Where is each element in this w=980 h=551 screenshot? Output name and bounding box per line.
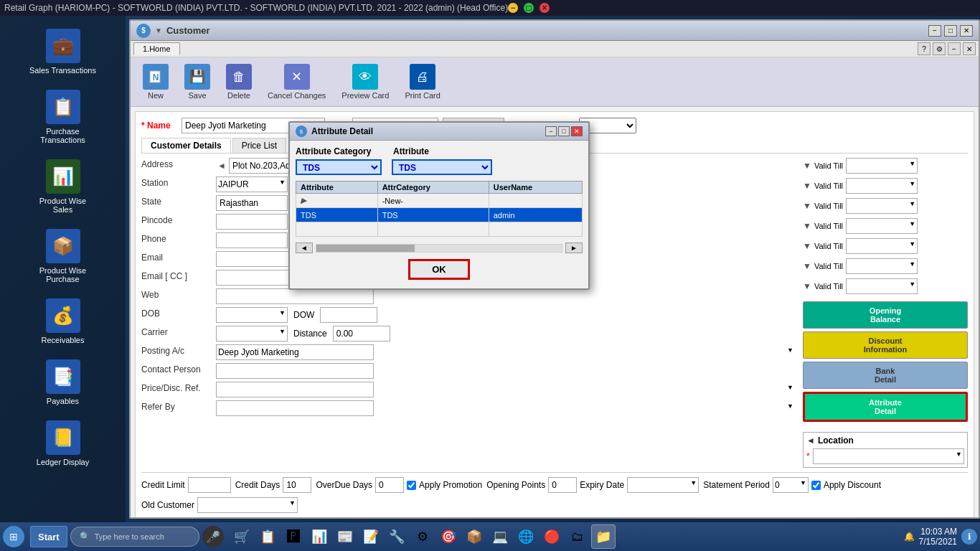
station-dropdown[interactable]: JAIPUR xyxy=(216,176,288,192)
arrow-1[interactable]: ▼ xyxy=(803,161,811,171)
win-minimize[interactable]: − xyxy=(928,25,941,37)
sidebar-item-sales[interactable]: 💼 Sales Transactions xyxy=(13,23,113,80)
state-input[interactable] xyxy=(216,195,288,211)
settings-icon[interactable]: ⚙ xyxy=(933,42,946,55)
os-maximize[interactable]: □ xyxy=(524,3,534,13)
taskbar-app-8[interactable]: ⚙ xyxy=(410,524,435,549)
opening-balance-button[interactable]: OpeningBalance xyxy=(803,301,968,329)
credit-days-input[interactable] xyxy=(283,477,311,493)
close-nav-icon[interactable]: ✕ xyxy=(963,42,976,55)
os-close[interactable]: × xyxy=(540,3,550,13)
sidebar-item-purchase[interactable]: 📋 PurchaseTransactions xyxy=(13,84,113,150)
taskbar-app-9[interactable]: 🎯 xyxy=(436,524,461,549)
preview-button[interactable]: 👁 Preview Card xyxy=(335,60,395,103)
arrow-7[interactable]: ▼ xyxy=(803,281,811,291)
old-customer-dropdown[interactable] xyxy=(197,497,298,513)
os-minimize[interactable]: − xyxy=(508,3,518,13)
taskbar-app-active[interactable]: 📁 xyxy=(591,524,616,549)
posting-dropdown[interactable]: Deep Jyoti Marketing xyxy=(216,344,374,360)
arrow-5[interactable]: ▼ xyxy=(803,241,811,251)
overdue-days-input[interactable] xyxy=(375,477,404,493)
taskbar-app-2[interactable]: 📋 xyxy=(255,524,280,549)
bank-detail-button[interactable]: BankDetail xyxy=(803,362,968,389)
help-icon[interactable]: ? xyxy=(918,42,930,55)
table-row-selected[interactable]: TDS TDS admin xyxy=(296,208,583,222)
save-button[interactable]: 💾 Save xyxy=(178,60,217,103)
valid-till-1[interactable] xyxy=(846,158,918,174)
win-restore[interactable]: □ xyxy=(944,25,957,37)
taskbar-info-icon[interactable]: ℹ xyxy=(961,529,977,545)
ok-button[interactable]: OK xyxy=(408,259,470,280)
taskbar-app-10[interactable]: 📦 xyxy=(462,524,486,549)
valid-till-4[interactable] xyxy=(846,218,918,234)
contact-input[interactable] xyxy=(216,363,374,379)
tab-customer-details[interactable]: Customer Details xyxy=(141,138,231,153)
expiry-date-dropdown[interactable] xyxy=(627,477,699,493)
attr-category-select[interactable]: TDS xyxy=(296,159,382,175)
taskbar-app-4[interactable]: 📊 xyxy=(307,524,331,549)
sidebar-item-receivables[interactable]: 💰 Receivables xyxy=(13,293,113,350)
taskbar-app-1[interactable]: 🛒 xyxy=(230,524,254,549)
print-button[interactable]: 🖨 Print Card xyxy=(398,60,447,103)
opening-points-input[interactable] xyxy=(548,477,577,493)
attribute-detail-button[interactable]: AttributeDetail xyxy=(803,392,968,422)
distance-input[interactable] xyxy=(333,326,390,342)
address-prev-arrow[interactable]: ◄ xyxy=(216,161,227,171)
tab-home[interactable]: 1.Home xyxy=(133,42,180,55)
taskbar-app-3[interactable]: 🅿 xyxy=(281,524,306,549)
pincode-input[interactable] xyxy=(216,214,288,230)
price-disc-dropdown[interactable] xyxy=(216,382,374,397)
taskbar-app-11[interactable]: 💻 xyxy=(488,524,512,549)
dialog-minimize[interactable]: − xyxy=(545,126,557,136)
taskbar-app-12[interactable]: 🌐 xyxy=(514,524,538,549)
dob-dropdown[interactable] xyxy=(216,307,288,323)
valid-till-2[interactable] xyxy=(846,178,918,194)
valid-till-3[interactable] xyxy=(846,198,918,214)
taskbar-app-5[interactable]: 📰 xyxy=(333,524,357,549)
apply-discount-checkbox[interactable] xyxy=(811,481,821,490)
dialog-restore[interactable]: □ xyxy=(558,126,570,136)
taskbar-app-14[interactable]: 🗂 xyxy=(565,524,590,549)
arrow-4[interactable]: ▼ xyxy=(803,221,811,231)
web-input[interactable] xyxy=(216,288,374,304)
scroll-track[interactable] xyxy=(316,244,562,253)
taskbar-search-btn[interactable]: 🎤 xyxy=(202,526,224,547)
arrow-6[interactable]: ▼ xyxy=(803,261,811,271)
arrow-3[interactable]: ▼ xyxy=(803,201,811,211)
taskbar-app-7[interactable]: 🔧 xyxy=(385,524,409,549)
sidebar-item-product-sales[interactable]: 📊 Product WiseSales xyxy=(13,154,113,220)
valid-till-6[interactable] xyxy=(846,258,918,274)
scroll-right-btn[interactable]: ► xyxy=(565,242,583,253)
minimize-nav-icon[interactable]: − xyxy=(948,42,961,55)
valid-till-7[interactable] xyxy=(846,278,918,294)
windows-icon[interactable]: ⊞ xyxy=(3,526,24,547)
location-dropdown[interactable] xyxy=(813,448,964,464)
refer-by-dropdown[interactable] xyxy=(216,400,374,416)
tab-price-list[interactable]: Price List xyxy=(232,138,286,153)
arrow-2[interactable]: ▼ xyxy=(803,181,811,191)
statement-dropdown[interactable]: 0 xyxy=(773,477,809,493)
attr-value-select[interactable]: TDS xyxy=(392,159,492,175)
location-arrow[interactable]: ◄ xyxy=(806,435,815,446)
new-button[interactable]: N New xyxy=(136,60,175,103)
taskbar-app-6[interactable]: 📝 xyxy=(359,524,383,549)
search-bar[interactable]: 🔍 Type here to search xyxy=(70,527,199,547)
sidebar-item-ledger[interactable]: 📒 Ledger Display xyxy=(13,415,113,472)
carrier-dropdown[interactable] xyxy=(216,326,288,342)
credit-limit-input[interactable] xyxy=(188,477,231,493)
cancel-button[interactable]: ✕ Cancel Changes xyxy=(261,60,332,103)
taskbar-app-13[interactable]: 🔴 xyxy=(540,524,564,549)
dialog-close[interactable]: ✕ xyxy=(571,126,583,136)
valid-till-5[interactable] xyxy=(846,238,918,254)
start-button[interactable]: Start xyxy=(30,526,67,547)
phone-input[interactable] xyxy=(216,232,288,248)
apply-promotion-checkbox[interactable] xyxy=(407,481,416,490)
scroll-left-btn[interactable]: ◄ xyxy=(296,242,313,253)
sidebar-item-product-purchase[interactable]: 📦 Product WisePurchase xyxy=(13,223,113,289)
discount-info-button[interactable]: DiscountInformation xyxy=(803,331,968,359)
win-close[interactable]: ✕ xyxy=(960,25,973,37)
dow-input[interactable] xyxy=(320,307,377,323)
delete-button[interactable]: 🗑 Delete xyxy=(220,60,258,103)
taskbar-notification-icon[interactable]: 🔔 xyxy=(904,532,915,542)
sidebar-item-payables[interactable]: 📑 Payables xyxy=(13,354,113,411)
